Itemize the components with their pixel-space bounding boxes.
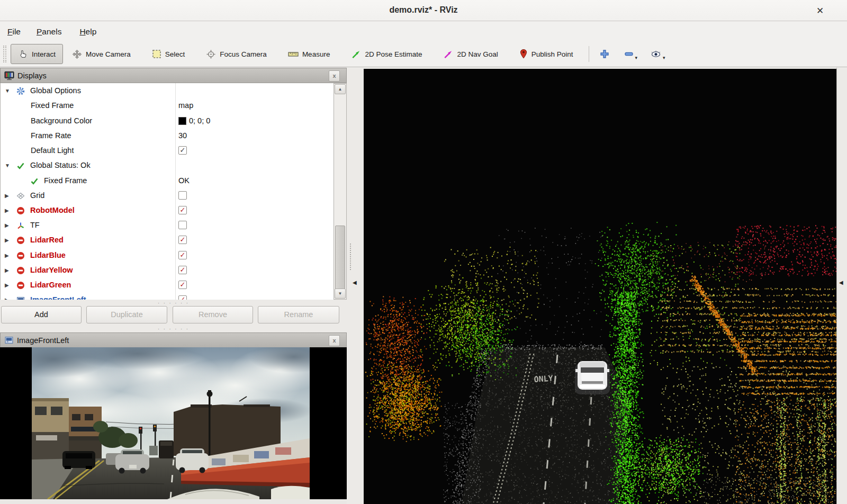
default-light-checkbox[interactable]: ✓ — [178, 146, 187, 155]
row-lidar-blue[interactable]: ▶ LidarBlue ✓ — [1, 249, 334, 264]
zoom-in-button[interactable] — [594, 49, 615, 59]
collapse-right-icon[interactable]: ◀ — [839, 280, 843, 285]
enabled-checkbox[interactable]: ✓ — [178, 281, 187, 289]
toolbar-separator — [589, 46, 589, 62]
menu-panels[interactable]: Panels — [33, 25, 65, 39]
row-default-light[interactable]: Default Light ✓ — [1, 144, 334, 159]
row-robot-model[interactable]: ▶ RobotModel ✓ — [1, 204, 334, 219]
tool-select[interactable]: Select — [145, 44, 192, 64]
splitter-dots-handle[interactable]: · · · · · · — [0, 301, 347, 305]
row-lidar-green[interactable]: ▶ LidarGreen ✓ — [1, 278, 334, 293]
scrollbar-thumb[interactable] — [335, 226, 345, 290]
panel-splitter[interactable]: ◀ — [347, 68, 364, 504]
splitter-dots-handle[interactable]: · · · · · · — [0, 327, 347, 331]
visibility-button[interactable]: ▾ — [645, 49, 669, 59]
collapse-left-icon[interactable]: ◀ — [353, 280, 357, 285]
displays-panel-header[interactable]: Displays x — [0, 68, 347, 83]
image-icon — [4, 336, 14, 345]
expander-icon[interactable]: ▼ — [5, 88, 12, 94]
tool-measure[interactable]: Measure — [281, 44, 337, 64]
row-lidar-yellow[interactable]: ▶ LidarYellow ✓ — [1, 264, 334, 278]
tool-select-label: Select — [165, 50, 185, 58]
enabled-checkbox[interactable]: ✓ — [178, 236, 187, 244]
dropdown-caret-icon[interactable]: ▾ — [663, 55, 665, 60]
move-arrows-icon — [72, 49, 82, 59]
error-ban-icon — [16, 251, 25, 262]
expander-icon[interactable]: ▶ — [5, 237, 12, 243]
window-title: demo.rviz* - RViz — [0, 5, 847, 15]
close-icon[interactable]: x — [329, 335, 340, 346]
fixed-frame-value[interactable]: map — [178, 101, 193, 110]
eye-icon — [650, 49, 662, 59]
add-button[interactable]: Add — [1, 306, 82, 323]
row-global-status[interactable]: ▼ Global Status: Ok — [1, 159, 334, 174]
tool-2d-nav-goal[interactable]: 2D Nav Goal — [436, 44, 504, 64]
row-global-options[interactable]: ▼ Global Options — [1, 84, 334, 99]
row-tf[interactable]: ▶ TF — [1, 219, 334, 233]
window-close-icon[interactable]: ✕ — [813, 4, 827, 18]
image-icon — [16, 296, 25, 300]
bottom-strip — [0, 499, 364, 504]
row-grid[interactable]: ▶ Grid — [1, 189, 334, 204]
scroll-up-icon[interactable]: ▲ — [335, 84, 346, 94]
tool-interact[interactable]: Interact — [11, 44, 63, 64]
enabled-checkbox[interactable]: ✓ — [178, 266, 187, 274]
enabled-checkbox[interactable]: ✓ — [178, 295, 187, 300]
row-background-color[interactable]: Background Color 0; 0; 0 — [1, 114, 334, 129]
expander-icon[interactable]: ▶ — [5, 253, 12, 258]
menu-help[interactable]: Help — [76, 25, 100, 39]
row-image-front-left[interactable]: ▶ ImageFrontLeft ✓ — [1, 293, 334, 300]
toolbar: Interact Move Camera Select Focus Camera — [0, 41, 847, 67]
tool-publish-point[interactable]: Publish Point — [512, 44, 580, 64]
toolbar-drag-handle[interactable] — [3, 46, 6, 62]
magenta-arrow-icon — [443, 49, 453, 59]
row-lidar-red[interactable]: ▶ LidarRed ✓ — [1, 233, 334, 248]
dropdown-caret-icon[interactable]: ▾ — [635, 55, 638, 60]
ruler-icon — [288, 49, 299, 59]
background-color-value[interactable]: 0; 0; 0 — [189, 116, 210, 125]
tool-publish-point-label: Publish Point — [531, 50, 573, 58]
green-arrow-icon — [351, 49, 361, 59]
scroll-down-icon[interactable]: ▼ — [335, 289, 346, 299]
duplicate-button[interactable]: Duplicate — [86, 306, 167, 323]
grid-icon — [16, 192, 25, 202]
expander-icon[interactable]: ▶ — [5, 193, 12, 199]
menu-file[interactable]: File — [4, 25, 24, 39]
3d-viewport[interactable] — [364, 69, 836, 504]
tool-2d-pose-estimate[interactable]: 2D Pose Estimate — [344, 44, 429, 64]
rename-button[interactable]: Rename — [258, 306, 339, 323]
expander-icon[interactable]: ▶ — [5, 208, 12, 213]
tool-focus-camera[interactable]: Focus Camera — [199, 44, 274, 64]
tf-axes-icon — [16, 221, 25, 231]
image-panel-header[interactable]: ImageFrontLeft x — [0, 332, 347, 348]
frame-rate-value[interactable]: 30 — [178, 131, 187, 140]
close-icon[interactable]: x — [329, 70, 340, 82]
displays-tree[interactable]: ▼ Global Options Fixed Frame map Backgro… — [0, 83, 334, 300]
expander-icon[interactable]: ▼ — [5, 163, 12, 168]
splitter-texture — [350, 244, 351, 270]
select-box-icon — [152, 49, 161, 59]
enabled-checkbox[interactable]: ✓ — [178, 206, 187, 214]
tool-focus-camera-label: Focus Camera — [220, 50, 267, 58]
remove-button[interactable]: Remove — [173, 306, 253, 323]
expander-icon[interactable]: ▶ — [5, 282, 12, 288]
enabled-checkbox[interactable] — [178, 221, 187, 229]
enabled-checkbox[interactable] — [178, 191, 187, 200]
expander-icon[interactable]: ▶ — [5, 267, 12, 273]
enabled-checkbox[interactable]: ✓ — [178, 251, 187, 259]
row-fixed-frame[interactable]: Fixed Frame map — [1, 99, 334, 114]
row-frame-rate[interactable]: Frame Rate 30 — [1, 129, 334, 144]
error-ban-icon — [16, 206, 25, 217]
color-swatch[interactable] — [178, 117, 186, 125]
plus-icon — [599, 49, 610, 59]
image-panel-title: ImageFrontLeft — [17, 336, 69, 345]
zoom-out-button[interactable]: ▾ — [619, 49, 642, 59]
expander-icon[interactable]: ▶ — [5, 297, 12, 300]
menu-bar: File Panels Help — [0, 22, 847, 41]
tool-move-camera[interactable]: Move Camera — [65, 44, 138, 64]
expander-icon[interactable]: ▶ — [5, 222, 12, 228]
status-value: OK — [178, 176, 190, 185]
tree-scrollbar[interactable]: ▲ ▼ — [334, 83, 347, 300]
camera-image-panel — [0, 347, 347, 499]
row-status-fixed-frame[interactable]: Fixed Frame OK — [1, 174, 334, 189]
